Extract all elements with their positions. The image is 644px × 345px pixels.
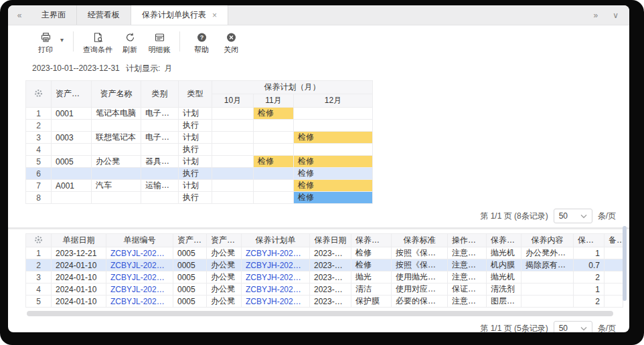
- cell-month-10[interactable]: [212, 144, 254, 156]
- cell-asset-no[interactable]: 0005: [173, 259, 207, 271]
- cell-type[interactable]: 计划: [179, 156, 212, 168]
- cell-type[interactable]: 执行: [179, 192, 212, 204]
- cell-doc-no-link[interactable]: ZCBYJL-2024-01-10-00001: [106, 259, 173, 271]
- cell-month-11[interactable]: 检修: [254, 108, 294, 120]
- section-splitter[interactable]: [8, 227, 629, 229]
- tabs-scroll-left-icon[interactable]: «: [8, 5, 31, 25]
- cell-maint-date[interactable]: 2023-12-01: [310, 283, 351, 296]
- cell-item[interactable]: 保护膜: [351, 296, 392, 308]
- cell-category[interactable]: 电子设备: [141, 132, 179, 144]
- col-doc-no[interactable]: 单据编号: [106, 234, 173, 247]
- cell-asset-name[interactable]: 办公凳: [207, 296, 242, 308]
- cell-item[interactable]: 清洁: [351, 283, 392, 296]
- order-table-row[interactable]: 3 2024-01-10 ZCBYJL-2024-01-10-00001 000…: [26, 271, 623, 283]
- cell-content[interactable]: [521, 296, 574, 308]
- tab-close-icon[interactable]: ×: [212, 11, 217, 20]
- cell-asset-no[interactable]: 0005: [52, 156, 92, 168]
- cell-month-11[interactable]: [254, 132, 294, 144]
- tabs-scroll-right-icon[interactable]: »: [594, 11, 598, 20]
- cell-standard[interactable]: 按照《保养执行手册》...: [392, 259, 448, 271]
- cell-points[interactable]: 注意资产检修...: [448, 259, 487, 271]
- cell-category[interactable]: 电子设备: [141, 108, 179, 120]
- cell-category[interactable]: [141, 120, 179, 132]
- cell-hours[interactable]: 2: [574, 296, 605, 308]
- cell-month-10[interactable]: [212, 132, 254, 144]
- cell-asset-no[interactable]: 0003: [52, 132, 92, 144]
- cell-asset-name[interactable]: 办公凳: [92, 156, 141, 168]
- cell-plan-no-link[interactable]: ZCBYJH-2023-12-21-00003: [242, 283, 310, 296]
- col-asset-name[interactable]: 资产名称: [92, 81, 141, 108]
- cell-points[interactable]: 保证纸巾无污染: [448, 283, 487, 296]
- cell-category[interactable]: 运输设备: [141, 180, 179, 192]
- cell-asset-no[interactable]: 0005: [173, 271, 207, 283]
- cell-type[interactable]: 执行: [179, 120, 212, 132]
- col-hours[interactable]: 保养工时: [574, 234, 605, 247]
- cell-standard[interactable]: 使用对应的资产清洁工...: [392, 283, 448, 296]
- plan-table-row[interactable]: 5 0005 办公凳 器具工具 计划 检修 检修: [26, 156, 373, 168]
- cell-asset-no[interactable]: 0001: [52, 108, 92, 120]
- cell-month-12[interactable]: 检修: [294, 156, 373, 168]
- col-category[interactable]: 类别: [141, 81, 179, 108]
- cell-month-11[interactable]: 检修: [254, 156, 294, 168]
- cell-plan-no-link[interactable]: ZCBYJH-2023-12-21-00003: [242, 296, 310, 308]
- col-asset-name[interactable]: 资产名称: [207, 234, 242, 247]
- cell-content[interactable]: 揭除原有图层: [521, 259, 574, 271]
- cell-maint-date[interactable]: 2023-12-01: [310, 247, 351, 259]
- col-asset-no[interactable]: 资产编号: [52, 81, 92, 108]
- cell-asset-no[interactable]: [52, 120, 92, 132]
- cell-doc-no-link[interactable]: ZCBYJL-2023-12-21-00002: [106, 247, 173, 259]
- print-button[interactable]: 打印: [31, 32, 60, 55]
- cell-asset-name[interactable]: [92, 144, 141, 156]
- col-doc-date[interactable]: 单据日期: [52, 234, 106, 247]
- cell-hours[interactable]: 1: [574, 247, 605, 259]
- cell-content[interactable]: [521, 271, 574, 283]
- plan-table-row[interactable]: 7 A001 汽车 运输设备 计划 检修: [26, 180, 373, 192]
- col-asset-no[interactable]: 资产编号: [173, 234, 207, 247]
- plan-table-row[interactable]: 3 0003 联想笔记本 电子设备 计划 检修: [26, 132, 373, 144]
- col-content[interactable]: 保养内容: [521, 234, 574, 247]
- cell-month-11[interactable]: [254, 144, 294, 156]
- print-dropdown-caret-icon[interactable]: ▾: [60, 36, 68, 51]
- col-tool[interactable]: 保养工具: [487, 234, 521, 247]
- col-item[interactable]: 保养项目: [351, 234, 392, 247]
- cell-points[interactable]: 注意上膜时勿...: [448, 296, 487, 308]
- cell-asset-name[interactable]: 笔记本电脑: [92, 108, 141, 120]
- tab-menu-icon[interactable]: ∨: [613, 11, 619, 20]
- plan-table-row[interactable]: 4 执行: [26, 144, 373, 156]
- cell-item[interactable]: 检修: [351, 259, 392, 271]
- cell-standard[interactable]: 按照《保养执行手册》...: [392, 247, 448, 259]
- cell-month-10[interactable]: [212, 156, 254, 168]
- cell-type[interactable]: 计划: [179, 132, 212, 144]
- col-type[interactable]: 类型: [179, 81, 212, 108]
- cell-tool[interactable]: 机内膜: [487, 259, 521, 271]
- page-size-select[interactable]: 50: [554, 209, 592, 223]
- order-table-row[interactable]: 4 2024-01-10 ZCBYJL-2024-01-10-00001 000…: [26, 283, 623, 296]
- cell-standard[interactable]: 使用抛光机完成表面清洁: [392, 271, 448, 283]
- cell-doc-no-link[interactable]: ZCBYJL-2024-01-10-00001: [106, 296, 173, 308]
- cell-month-12[interactable]: 检修: [294, 192, 373, 204]
- cell-tool[interactable]: 清洗剂: [487, 283, 521, 296]
- cell-category[interactable]: [141, 144, 179, 156]
- tab-dashboard[interactable]: 经营看板: [77, 5, 131, 25]
- cell-points[interactable]: 注意上图层膜: [448, 271, 487, 283]
- col-standard[interactable]: 保养标准: [392, 234, 448, 247]
- cell-plan-no-link[interactable]: ZCBYJH-2023-12-21-00003: [242, 247, 310, 259]
- cell-remark[interactable]: [605, 247, 623, 259]
- cell-month-10[interactable]: [212, 108, 254, 120]
- cell-month-12[interactable]: 检修: [294, 132, 373, 144]
- col-remark[interactable]: 备注: [605, 234, 623, 247]
- cell-asset-name[interactable]: 办公凳: [207, 247, 242, 259]
- close-button[interactable]: 关闭: [216, 32, 246, 55]
- help-button[interactable]: ? 帮助: [187, 32, 216, 55]
- cell-month-11[interactable]: [254, 120, 294, 132]
- vertical-scrollbar[interactable]: [623, 226, 627, 301]
- cell-hours[interactable]: 2: [574, 271, 605, 283]
- cell-tool[interactable]: 抛光机: [487, 271, 521, 283]
- cell-item[interactable]: 抛光: [351, 271, 392, 283]
- cell-asset-no[interactable]: 0005: [173, 283, 207, 296]
- cell-month-10[interactable]: [212, 180, 254, 192]
- cell-asset-no[interactable]: A001: [52, 180, 92, 192]
- cell-doc-date[interactable]: 2023-12-21: [52, 247, 106, 259]
- cell-standard[interactable]: 必要的保护膜检测: [392, 296, 448, 308]
- cell-points[interactable]: 注意资产检修...: [448, 247, 487, 259]
